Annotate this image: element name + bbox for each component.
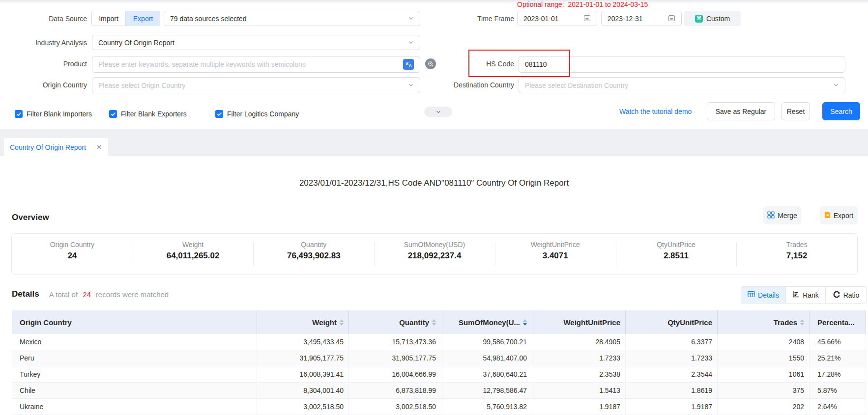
value-cell: 2408 xyxy=(718,334,810,350)
sort-icon[interactable] xyxy=(432,319,436,326)
filter-checkbox-0[interactable]: Filter Blank Importers xyxy=(15,110,92,118)
value-cell: 31,905,177.75 xyxy=(349,350,441,366)
value-cell: 54,981,407.00 xyxy=(441,350,532,366)
column-header[interactable]: Trades xyxy=(718,310,810,334)
column-header[interactable]: Weight xyxy=(257,310,349,334)
value-cell: 202 xyxy=(718,399,810,415)
value-cell: 31,905,177.75 xyxy=(257,350,349,366)
overview-stat: Origin Country24 xyxy=(12,234,133,275)
details-heading-row: Details A total of 24 records were match… xyxy=(12,289,169,299)
details-table: Origin CountryWeightQuantitySumOfMoney(U… xyxy=(12,310,866,415)
ratio-icon xyxy=(833,291,840,300)
industry-analysis-select[interactable]: Country Of Origin Report xyxy=(92,35,420,50)
top-fade xyxy=(0,0,868,4)
value-cell: 1.7233 xyxy=(532,350,626,366)
stat-label: WeightUnitPrice xyxy=(495,241,616,249)
value-cell: 12,798,586.47 xyxy=(441,383,532,398)
value-cell: 16,004,666.99 xyxy=(349,366,441,382)
table-header: Origin CountryWeightQuantitySumOfMoney(U… xyxy=(12,310,866,334)
value-cell: 2.64% xyxy=(810,399,866,415)
merge-button[interactable]: Merge xyxy=(763,206,801,224)
stat-label: Origin Country xyxy=(12,241,133,249)
date-to-input[interactable]: 2023-12-31 xyxy=(601,11,682,26)
view-ratio-button[interactable]: Ratio xyxy=(825,287,867,303)
reset-button[interactable]: Reset xyxy=(781,102,810,120)
product-input[interactable]: Please enter keywords, separate multiple… xyxy=(92,56,420,73)
origin-country-cell: Ukraine xyxy=(12,399,257,415)
value-cell: 2.3538 xyxy=(532,366,626,382)
column-header[interactable]: SumOfMoney(U... xyxy=(441,310,532,334)
origin-country-select[interactable]: Please select Origin Country xyxy=(92,77,420,93)
overview-card: Origin Country24Weight64,011,265.02Quant… xyxy=(11,233,858,275)
stat-value: 64,011,265.02 xyxy=(133,251,254,261)
value-cell: 37,680,640.21 xyxy=(441,366,532,382)
export-toggle[interactable]: Export xyxy=(126,11,160,26)
destination-country-label: Destination Country xyxy=(423,77,514,93)
value-cell: 1.9187 xyxy=(626,399,718,415)
view-switcher: Details Rank Ratio xyxy=(741,286,867,304)
value-cell: 1550 xyxy=(718,350,810,366)
custom-icon: ⌘ xyxy=(695,15,703,23)
column-header[interactable]: Quantity xyxy=(349,310,441,334)
destination-country-select[interactable]: Please select Destination Country xyxy=(519,77,845,93)
checkbox-checked-icon[interactable] xyxy=(15,110,23,118)
filter-checkbox-2[interactable]: Filter Logitics Company xyxy=(215,110,299,118)
value-cell: 16,008,391.41 xyxy=(257,366,349,382)
value-cell: 3,495,433.45 xyxy=(257,334,349,350)
data-sources-select[interactable]: 79 data sources selected xyxy=(164,11,420,26)
value-cell: 5,760,913.82 xyxy=(441,399,532,415)
value-cell: 6,873,818.99 xyxy=(349,383,441,398)
origin-country-label: Origin Country xyxy=(0,77,87,93)
table-row: Chile8,304,001.406,873,818.9912,798,586.… xyxy=(12,383,866,399)
sort-icon[interactable] xyxy=(523,319,527,326)
industry-analysis-label: Industry Analysis xyxy=(0,35,87,51)
value-cell: 1.7233 xyxy=(626,350,718,366)
chevron-down-icon xyxy=(408,82,414,89)
value-cell: 3,002,518.50 xyxy=(257,399,349,415)
overview-stat: Weight64,011,265.02 xyxy=(133,234,254,275)
stat-label: QtyUnitPrice xyxy=(616,241,737,249)
table-row: Ukraine3,002,518.503,002,518.505,760,913… xyxy=(12,399,866,415)
value-cell: 1061 xyxy=(718,366,810,382)
overview-stat: QtyUnitPrice2.8511 xyxy=(616,234,737,275)
stat-value: 24 xyxy=(12,251,133,261)
view-details-button[interactable]: Details xyxy=(741,287,785,303)
import-toggle[interactable]: Import xyxy=(91,11,126,26)
chevron-down-icon xyxy=(833,82,839,89)
sort-icon[interactable] xyxy=(340,319,344,326)
filter-checkbox-1[interactable]: Filter Blank Exporters xyxy=(109,110,187,118)
tab-bar xyxy=(0,129,868,156)
save-as-regular-button[interactable]: Save as Regular xyxy=(707,102,775,120)
value-cell: 99,586,700.21 xyxy=(441,334,532,350)
checkbox-label: Filter Blank Exporters xyxy=(121,110,187,118)
hs-code-highlight-box xyxy=(468,50,570,77)
tutorial-link[interactable]: Watch the tutorial demo xyxy=(619,106,692,117)
custom-range-button[interactable]: ⌘ Custom xyxy=(684,11,741,26)
close-icon[interactable]: ✕ xyxy=(96,143,102,151)
chevron-down-icon xyxy=(408,15,414,23)
value-cell: 1.5413 xyxy=(532,383,626,398)
sort-icon[interactable] xyxy=(800,319,804,326)
tab-country-of-origin-report[interactable]: Country Of Origin Report ✕ xyxy=(4,138,108,156)
origin-country-cell: Chile xyxy=(12,383,257,398)
origin-country-cell: Turkey xyxy=(12,366,257,382)
value-cell: 8,304,001.40 xyxy=(257,383,349,398)
product-label: Product xyxy=(0,56,87,72)
collapse-filters-button[interactable] xyxy=(424,107,452,117)
view-rank-button[interactable]: Rank xyxy=(785,287,825,303)
details-table-icon xyxy=(748,291,755,299)
value-cell: 375 xyxy=(718,383,810,398)
optional-range-hint: Optional range: 2021-01-01 to 2024-03-15 xyxy=(517,0,648,8)
value-cell: 45.66% xyxy=(810,334,866,350)
date-from-input[interactable]: 2023-01-01 xyxy=(517,11,597,26)
checkbox-checked-icon[interactable] xyxy=(109,110,117,118)
calendar-icon xyxy=(668,14,675,23)
stat-label: Quantity xyxy=(253,241,374,249)
export-button[interactable]: Export xyxy=(820,206,858,224)
checkbox-checked-icon[interactable] xyxy=(215,110,223,118)
stat-label: Trades xyxy=(736,241,857,249)
svg-text:A: A xyxy=(409,63,412,68)
translate-icon[interactable]: A xyxy=(403,59,414,70)
stat-value: 76,493,902.83 xyxy=(253,251,374,261)
search-button[interactable]: Search xyxy=(822,102,860,120)
